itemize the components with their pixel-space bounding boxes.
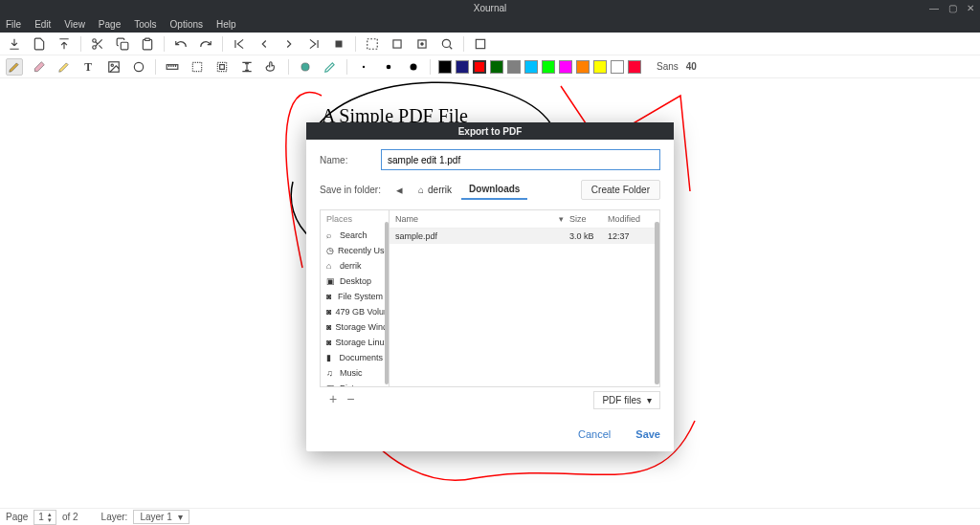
color-swatch[interactable] [559, 60, 572, 74]
color-swatch[interactable] [456, 60, 469, 74]
menu-view[interactable]: View [64, 19, 85, 30]
place-item[interactable]: ▮Documents [321, 350, 389, 365]
page-of-label: of 2 [62, 512, 78, 522]
cancel-button[interactable]: Cancel [578, 428, 611, 440]
place-item[interactable]: ◙File System [321, 289, 389, 304]
filelist-scrollbar[interactable] [655, 222, 659, 384]
svg-rect-6 [393, 39, 401, 47]
menu-tools[interactable]: Tools [134, 19, 156, 30]
column-name[interactable]: Name▾ [395, 214, 569, 224]
text-tool[interactable]: T [80, 58, 98, 76]
create-folder-button[interactable]: Create Folder [581, 180, 660, 200]
hand-tool[interactable] [263, 58, 280, 76]
thick-stroke[interactable] [405, 58, 422, 76]
color-swatch[interactable] [593, 60, 607, 74]
place-item[interactable]: ▣Desktop [321, 273, 389, 289]
file-browser: Places ⌕Search◷Recently Used⌂derrik▣Desk… [320, 209, 660, 387]
color-swatch[interactable] [542, 60, 555, 74]
color-swatch[interactable] [611, 60, 624, 74]
color-swatch[interactable] [473, 60, 486, 74]
place-item[interactable]: ◙Storage Windows [321, 319, 389, 335]
save-button[interactable]: Save [635, 428, 660, 440]
home-icon: ⌂ [418, 185, 424, 195]
remove-bookmark-button[interactable]: − [346, 391, 354, 409]
new-button[interactable] [31, 35, 48, 53]
path-segment-current[interactable]: Downloads [461, 180, 527, 200]
zoom-fit-button[interactable] [364, 35, 381, 53]
filename-input[interactable] [381, 149, 660, 170]
redo-button[interactable] [197, 35, 214, 53]
column-size[interactable]: Size [569, 214, 608, 224]
svg-rect-5 [368, 38, 378, 49]
path-back-button[interactable]: ◂ [390, 181, 409, 199]
menu-help[interactable]: Help [216, 19, 236, 30]
window-minimize-button[interactable]: — [929, 3, 939, 13]
cut-button[interactable] [89, 35, 106, 53]
color-swatch[interactable] [628, 60, 641, 74]
color-swatch[interactable] [524, 60, 538, 74]
svg-point-13 [111, 64, 113, 66]
color-swatch[interactable] [490, 60, 503, 74]
place-item[interactable]: ◷Recently Used [321, 243, 389, 258]
page-label: Page [6, 512, 28, 522]
thin-stroke[interactable] [355, 58, 372, 76]
svg-point-14 [134, 62, 143, 71]
add-bookmark-button[interactable]: + [329, 391, 337, 409]
file-row[interactable]: sample.pdf3.0 kB12:37 [390, 229, 659, 244]
vertical-space-tool[interactable] [238, 58, 256, 76]
color-swatch[interactable] [438, 60, 452, 74]
places-scrollbar[interactable] [385, 222, 389, 384]
disk-icon: ◙ [326, 322, 331, 332]
window-maximize-button[interactable]: ▢ [948, 3, 957, 13]
place-item[interactable]: ⌕Search [321, 228, 389, 243]
window-close-button[interactable]: ✕ [967, 3, 974, 13]
shape-recognize-tool[interactable] [297, 58, 314, 76]
menu-edit[interactable]: Edit [34, 19, 51, 30]
default-tool[interactable] [322, 58, 339, 76]
shape-tool[interactable] [130, 58, 147, 76]
menu-options[interactable]: Options [170, 19, 203, 30]
menu-page[interactable]: Page [99, 19, 121, 30]
undo-button[interactable] [172, 35, 189, 53]
place-item[interactable]: ◙479 GB Volume [321, 304, 389, 319]
color-swatch[interactable] [507, 60, 521, 74]
place-item[interactable]: ⌂derrik [321, 258, 389, 273]
image-tool[interactable] [105, 58, 122, 76]
ruler-tool[interactable] [164, 58, 181, 76]
place-item[interactable]: ▦Pictures [321, 381, 389, 386]
tool-toolbar: T Sans 40 [0, 55, 980, 78]
first-page-button[interactable] [231, 35, 248, 53]
spinner-arrows-icon: ▴▾ [48, 512, 52, 523]
pen-tool[interactable] [6, 58, 23, 76]
place-item[interactable]: ◙Storage Linux [321, 335, 389, 350]
next-page-button[interactable] [280, 35, 298, 53]
chevron-down-icon: ▾ [178, 512, 183, 522]
eraser-tool[interactable] [31, 58, 48, 76]
dialog-title: Export to PDF [306, 122, 674, 140]
medium-stroke[interactable] [380, 58, 397, 76]
prev-page-button[interactable] [256, 35, 273, 53]
fullscreen-button[interactable] [472, 35, 489, 53]
highlighter-tool[interactable] [56, 58, 73, 76]
stop-button[interactable] [330, 35, 347, 53]
last-page-button[interactable] [305, 35, 323, 53]
color-swatch[interactable] [576, 60, 590, 74]
paste-button[interactable] [139, 35, 156, 53]
place-item[interactable]: ♫Music [321, 365, 389, 381]
zoom-reset-button[interactable] [413, 35, 431, 53]
page-number-spinner[interactable]: 1 ▴▾ [33, 510, 56, 525]
file-type-combo[interactable]: PDF files ▾ [593, 391, 660, 409]
column-modified[interactable]: Modified [608, 214, 654, 224]
select-rect-tool[interactable] [189, 58, 206, 76]
path-segment-home[interactable]: ⌂ derrik [411, 181, 459, 199]
zoom-out-button[interactable] [389, 35, 406, 53]
copy-button[interactable] [114, 35, 131, 53]
select-region-tool[interactable] [213, 58, 231, 76]
name-label: Name: [320, 155, 381, 165]
font-selector[interactable]: Sans 40 [657, 61, 697, 72]
zoom-tool-button[interactable] [438, 35, 456, 53]
open-button[interactable] [56, 35, 73, 53]
menu-file[interactable]: File [6, 19, 21, 30]
layer-combo[interactable]: Layer 1 ▾ [133, 510, 189, 524]
save-button[interactable] [6, 35, 23, 53]
